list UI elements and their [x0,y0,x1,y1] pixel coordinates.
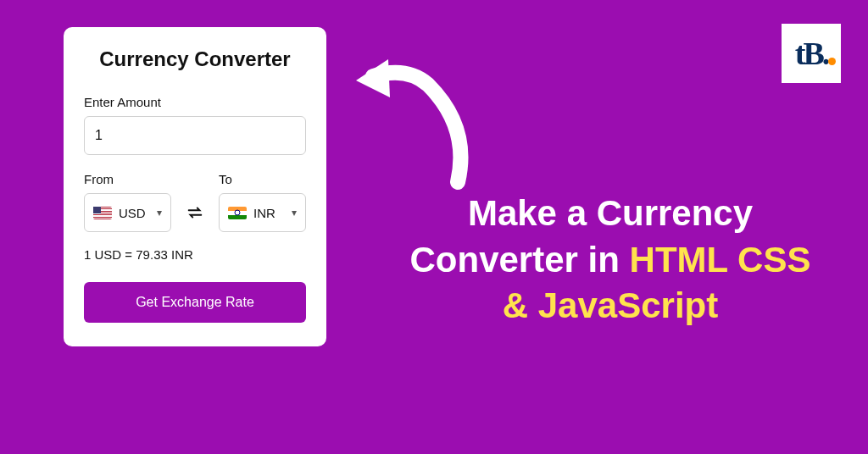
to-label: To [219,172,306,186]
from-column: From USD ▾ [84,172,171,232]
curved-arrow-icon [348,51,483,195]
from-currency-code: USD [119,206,150,220]
swap-icon [186,203,204,222]
to-currency-code: INR [253,206,285,220]
us-flag-icon [93,207,112,219]
chevron-down-icon: ▾ [292,207,297,219]
headline: Make a Currency Converter in HTML CSS & … [398,191,822,329]
logo-text: tB. [795,35,828,72]
converter-card: Currency Converter Enter Amount From USD… [64,27,326,346]
india-flag-icon [228,207,247,219]
swap-button[interactable] [181,193,209,232]
logo-dot-icon [828,58,836,65]
to-currency-select[interactable]: INR ▾ [219,193,306,232]
currency-row: From USD ▾ To INR ▾ [84,172,306,232]
from-label: From [84,172,171,186]
to-column: To INR ▾ [219,172,306,232]
amount-input[interactable] [84,116,306,155]
amount-label: Enter Amount [84,95,306,109]
from-currency-select[interactable]: USD ▾ [84,193,171,232]
logo: tB. [782,24,841,83]
chevron-down-icon: ▾ [157,207,162,219]
exchange-rate-text: 1 USD = 79.33 INR [84,247,306,262]
card-title: Currency Converter [84,47,306,71]
get-rate-button[interactable]: Get Exchange Rate [84,282,306,323]
